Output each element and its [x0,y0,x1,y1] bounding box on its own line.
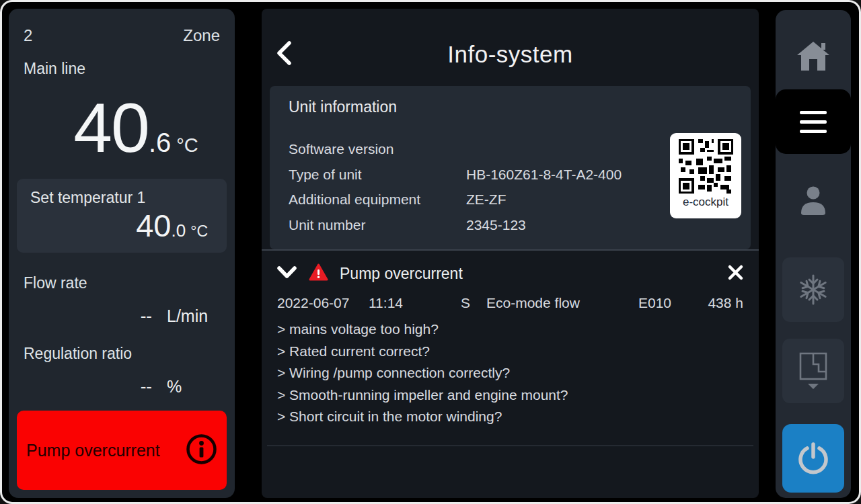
zone-status-panel: 2 Zone Main line 40.6°C Set temperatur 1… [9,9,235,498]
alarm-hours: 438 h [708,295,743,311]
alarm-meta-row: 2022-06-07 11:14 S Eco-mode flow E010 43… [262,295,759,311]
info-value: 2345-123 [466,212,526,238]
main-temp-integer: 40 [73,89,149,167]
cooling-button[interactable] [782,257,844,322]
mold-button[interactable] [782,339,844,403]
alarm-time: 11:14 [369,295,461,311]
set-temp-integer: 40 [136,208,171,243]
alarm-mode: Eco-mode flow [486,295,638,311]
alarm-detail-header: Pump overcurrent [262,259,759,288]
snowflake-icon [797,274,829,306]
zone-label: Zone [183,26,220,45]
info-row: Software version [289,136,732,162]
info-label: Type of unit [289,162,466,187]
close-icon [727,264,744,281]
info-label: Unit number [289,212,466,238]
set-temperature-value: 40.0°C [30,207,213,244]
collapse-button[interactable] [276,265,297,282]
active-alarm-banner[interactable]: Pump overcurrent [17,411,227,490]
flow-rate-unit: L/min [167,306,225,326]
main-temperature-value: 40.6°C [9,88,235,168]
info-label: Software version [289,136,466,162]
user-icon [798,185,828,216]
zone-number: 2 [24,26,32,45]
troubleshooting-item: > mains voltage too high? [277,319,743,341]
navigation-sidebar [776,10,851,498]
set-temp-fraction: .0 [172,220,186,241]
troubleshooting-item: > Smooth-running impeller and engine mou… [277,384,743,407]
regulation-ratio-unit: % [167,377,225,396]
troubleshooting-item: > Wiring /pump connection correctly? [277,362,743,384]
hmi-screen: 2 Zone Main line 40.6°C Set temperatur 1… [0,0,861,504]
home-icon [796,40,831,71]
info-row: Type of unit HB-160Z61-8-4T-A2-400 [289,162,732,187]
warning-triangle-icon [309,263,328,284]
info-value: ZE-ZF [466,187,506,212]
troubleshooting-item: > Rated current correct? [277,341,743,363]
flow-rate-value: -- [112,306,152,327]
power-button[interactable] [782,424,844,493]
user-button[interactable] [776,177,851,224]
set-temperature-label: Set temperatur 1 [30,189,213,207]
qr-code-label: e-cockpit [683,196,728,209]
alarm-date: 2022-06-07 [277,295,369,311]
power-icon [798,442,829,474]
section-divider [262,249,759,251]
troubleshooting-item: > Short circuit in the motor winding? [277,406,743,428]
main-line-label: Main line [24,60,85,78]
set-temp-unit: °C [190,222,208,240]
flow-rate-row: -- L/min [112,306,225,327]
regulation-ratio-row: -- % [112,376,225,397]
zone-row: 2 Zone [24,26,220,45]
active-alarm-label: Pump overcurrent [26,441,160,460]
flow-rate-label: Flow rate [24,274,87,292]
qr-code-card: e-cockpit [670,133,741,218]
page-header: Info-system [262,9,759,79]
bottom-divider [267,446,753,446]
alarm-troubleshooting-list: > mains voltage too high? > Rated curren… [277,319,743,428]
alarm-detail-title: Pump overcurrent [340,265,463,283]
main-temp-fraction: .6 [149,128,171,157]
unit-information-section: Unit information Software version Type o… [270,86,751,249]
hamburger-menu-icon [800,111,827,133]
close-button[interactable] [727,264,744,284]
chevron-down-icon [276,265,297,279]
info-system-panel: Info-system Unit information Software ve… [262,9,759,498]
info-circle-icon[interactable] [186,433,217,468]
regulation-ratio-value: -- [112,376,152,397]
menu-button-active[interactable] [776,89,851,154]
regulation-ratio-label: Regulation ratio [24,345,132,363]
main-temp-unit: °C [176,134,198,156]
info-label: Additional equipment [289,187,466,212]
alarm-error-code: E010 [638,295,708,311]
page-title: Info-system [262,41,759,68]
mold-icon [798,351,829,390]
info-row: Additional equipment ZE-ZF [289,187,732,212]
info-row: Unit number 2345-123 [289,212,732,238]
info-value: HB-160Z61-8-4T-A2-400 [466,162,622,187]
qr-code-icon [679,139,733,194]
home-button[interactable] [776,22,851,89]
set-temperature-field[interactable]: Set temperatur 1 40.0°C [17,179,227,253]
unit-information-title: Unit information [289,98,732,116]
alarm-code-letter: S [461,295,486,311]
